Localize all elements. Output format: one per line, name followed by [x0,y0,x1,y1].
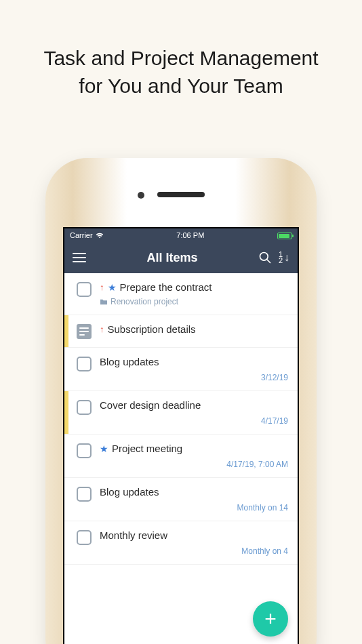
task-checkbox[interactable] [77,357,92,371]
task-title: Monthly review [100,529,167,541]
task-checkbox[interactable] [77,443,92,458]
priority-stripe [64,391,68,434]
task-date: Monthly on 4 [100,546,288,556]
task-project-label: Renovation project [110,297,178,306]
priority-icon: ↑ [100,282,104,292]
task-title: Blog updates [100,486,159,498]
task-body: Blog updatesMonthly on 14 [100,486,288,512]
task-title: Cover design deadline [100,399,201,411]
menu-button[interactable] [73,253,86,262]
task-row[interactable]: ↑Subscription details [64,315,298,348]
task-body: Monthly reviewMonthly on 4 [100,529,288,556]
task-body: Cover design deadline4/17/19 [100,399,288,426]
star-icon: ★ [108,282,117,293]
task-title: Subscription details [108,323,196,335]
sort-button[interactable]: 1 2 ↓ [279,251,289,264]
wifi-icon [96,233,104,239]
task-date: 3/12/19 [100,373,288,382]
task-title: Project meeting [112,443,182,454]
task-project: Renovation project [100,297,288,306]
task-body: ↑Subscription details [100,323,288,335]
nav-title: All Items [93,251,252,265]
task-row[interactable]: ★Project meeting4/17/19, 7:00 AM [64,435,298,478]
status-bar: Carrier 7:06 PM [64,228,298,242]
carrier-label: Carrier [70,231,93,239]
phone-camera-dot [138,192,144,199]
battery-icon [277,233,292,239]
search-icon[interactable] [258,251,272,264]
priority-stripe [64,315,68,347]
task-title: Prepare the contract [120,281,212,293]
task-date: Monthly on 14 [100,503,288,512]
task-list[interactable]: ↑★Prepare the contractRenovation project… [64,273,298,644]
task-title: Blog updates [100,356,159,367]
task-body: ↑★Prepare the contractRenovation project [100,281,288,306]
task-row[interactable]: Cover design deadline4/17/19 [64,391,298,435]
priority-icon: ↑ [100,324,104,334]
add-button[interactable]: + [253,601,288,637]
task-date: 4/17/19 [100,416,288,426]
star-icon: ★ [100,443,108,454]
promo-title: Task and Project Management for You and … [0,0,362,100]
phone-speaker [157,192,205,197]
task-checkbox[interactable] [77,400,92,415]
folder-small-icon [100,298,108,305]
phone-frame: Carrier 7:06 PM All Items 1 [49,161,313,644]
arrow-down-icon: ↓ [284,251,289,264]
sort-num-bottom: 2 [279,258,283,264]
task-body: ★Project meeting4/17/19, 7:00 AM [100,443,288,469]
plus-icon: + [264,607,277,630]
task-date: 4/17/19, 7:00 AM [100,460,288,469]
task-row[interactable]: Blog updates3/12/19 [64,348,298,391]
task-checkbox[interactable] [77,282,92,297]
promo-line-1: Task and Project Management [43,47,318,69]
note-icon [77,324,92,339]
task-row[interactable]: Monthly reviewMonthly on 4 [64,521,298,565]
svg-line-1 [266,260,270,263]
promo-line-2: for You and Your Team [79,75,283,97]
task-row[interactable]: ↑★Prepare the contractRenovation project [64,273,298,315]
task-body: Blog updates3/12/19 [100,356,288,382]
task-checkbox[interactable] [77,530,92,545]
task-checkbox[interactable] [77,487,92,502]
status-time: 7:06 PM [104,231,277,239]
task-row[interactable]: Blog updatesMonthly on 14 [64,478,298,521]
app-screen: Carrier 7:06 PM All Items 1 [63,227,299,644]
nav-bar: All Items 1 2 ↓ [64,242,298,273]
